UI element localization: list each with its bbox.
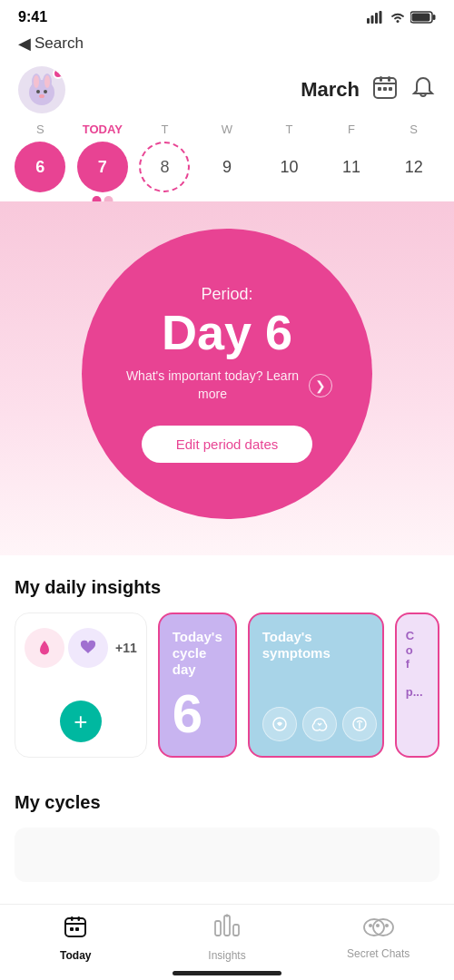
header: March <box>0 61 454 122</box>
circle-area: Period: Day 6 What's important today? Le… <box>0 201 454 555</box>
svg-point-14 <box>44 90 47 93</box>
partial-card-label: Cofp... <box>406 629 423 700</box>
today-nav-icon <box>63 914 88 946</box>
edit-period-dates-button[interactable]: Edit period dates <box>142 426 313 463</box>
card-icons-row: +11 <box>25 628 137 668</box>
calendar-day-11[interactable]: 11 <box>326 142 377 192</box>
month-label: March <box>301 78 360 102</box>
svg-rect-20 <box>383 87 387 91</box>
day-labels-row: S TODAY T W T F S <box>9 122 445 136</box>
svg-point-35 <box>369 924 372 927</box>
symptoms-card[interactable]: Today's symptoms <box>248 612 384 758</box>
svg-rect-21 <box>389 87 392 91</box>
day-number: Day 6 <box>162 308 292 357</box>
svg-rect-1 <box>371 15 374 24</box>
svg-rect-3 <box>380 11 382 24</box>
day-label-wed: W <box>202 122 252 136</box>
nav-bar: ◀ Search <box>0 30 454 61</box>
svg-point-36 <box>376 924 380 927</box>
status-bar: 9:41 <box>0 0 454 30</box>
svg-rect-30 <box>215 921 221 936</box>
partial-card[interactable]: Cofp... <box>395 612 439 758</box>
learn-more-text: What's important today? Learn more <box>122 368 303 403</box>
insights-title: My daily insights <box>15 577 439 598</box>
symptom-icons-row <box>262 707 377 741</box>
svg-point-11 <box>34 75 39 88</box>
calendar-day-10[interactable]: 10 <box>264 142 315 192</box>
avatar[interactable] <box>18 66 65 113</box>
svg-rect-7 <box>412 14 430 22</box>
svg-point-15 <box>39 94 44 98</box>
nav-insights-label: Insights <box>208 949 245 962</box>
svg-rect-31 <box>224 916 230 936</box>
svg-rect-6 <box>433 15 436 20</box>
avatar-notification-dot <box>53 68 64 79</box>
day-label-tue: T <box>139 122 190 136</box>
status-time: 9:41 <box>18 9 47 25</box>
calendar-day-12[interactable]: 12 <box>389 142 439 192</box>
back-arrow-icon: ◀ <box>18 34 31 54</box>
nav-secret-chats-label: Secret Chats <box>347 947 410 960</box>
back-button[interactable]: ◀ Search <box>18 34 84 54</box>
learn-more-section: What's important today? Learn more ❯ <box>122 368 332 403</box>
symptoms-label: Today's symptoms <box>262 629 370 662</box>
nav-today-label: Today <box>60 949 91 962</box>
add-icons-card[interactable]: +11 + <box>15 612 147 758</box>
svg-rect-26 <box>71 916 74 921</box>
wifi-icon <box>390 11 406 24</box>
signal-icon <box>367 11 385 24</box>
svg-rect-18 <box>388 76 390 82</box>
notification-bell-icon[interactable] <box>410 74 436 105</box>
main-circle: Period: Day 6 What's important today? Le… <box>82 229 372 519</box>
svg-rect-25 <box>65 918 85 936</box>
day-label-sat: S <box>389 122 439 136</box>
plus-count-label: +11 <box>115 641 137 655</box>
heart-icon <box>68 628 108 668</box>
svg-rect-0 <box>367 18 370 24</box>
period-label: Period: <box>201 285 252 304</box>
symptom-icon-1 <box>262 707 297 741</box>
svg-point-13 <box>36 90 40 93</box>
calendar-day-9[interactable]: 9 <box>202 142 252 192</box>
calendar-day-8[interactable]: 8 <box>139 142 190 192</box>
svg-point-33 <box>364 919 384 936</box>
nav-insights[interactable]: Insights <box>191 914 263 962</box>
svg-point-34 <box>373 919 393 936</box>
secret-chats-nav-icon <box>363 916 394 944</box>
nav-today[interactable]: Today <box>39 914 112 962</box>
calendar-strip: S TODAY T W T F S 6 7 8 9 10 11 12 <box>0 122 454 201</box>
calendar-day-6[interactable]: 6 <box>15 142 65 192</box>
svg-rect-2 <box>375 13 378 24</box>
battery-icon <box>410 11 436 24</box>
header-right: March <box>301 74 436 105</box>
insights-cards-row: +11 + Today's cycle day 6 Today's sympto… <box>15 612 439 765</box>
svg-point-24 <box>359 727 360 729</box>
symptom-icon-3 <box>342 707 377 741</box>
add-log-button[interactable]: + <box>60 701 102 742</box>
learn-more-button[interactable]: ❯ <box>309 374 332 397</box>
svg-rect-29 <box>75 927 79 931</box>
blood-drop-icon <box>25 628 64 668</box>
day-label-thu: T <box>264 122 315 136</box>
svg-rect-19 <box>378 87 381 91</box>
calendar-icon[interactable] <box>372 74 398 105</box>
cycle-day-card[interactable]: Today's cycle day 6 <box>158 612 237 758</box>
insights-section: My daily insights +11 + Today' <box>0 555 454 774</box>
back-label: Search <box>35 34 84 53</box>
cycle-day-number: 6 <box>173 687 202 741</box>
home-indicator <box>173 971 281 975</box>
day-label-today: TODAY <box>77 122 128 136</box>
svg-point-4 <box>397 20 400 23</box>
cycles-preview <box>15 828 439 882</box>
cycle-day-label: Today's cycle day <box>173 629 222 678</box>
day-numbers-row: 6 7 8 9 10 11 12 <box>9 142 445 192</box>
cycles-title: My cycles <box>15 792 439 813</box>
calendar-day-7-today[interactable]: 7 <box>77 142 128 192</box>
svg-rect-28 <box>70 927 74 931</box>
svg-point-12 <box>44 75 50 88</box>
bottom-nav: Today Insights Secret Chats <box>0 904 454 980</box>
svg-rect-32 <box>233 925 239 936</box>
nav-secret-chats[interactable]: Secret Chats <box>342 916 415 960</box>
svg-rect-27 <box>78 916 81 921</box>
svg-point-37 <box>385 924 389 927</box>
